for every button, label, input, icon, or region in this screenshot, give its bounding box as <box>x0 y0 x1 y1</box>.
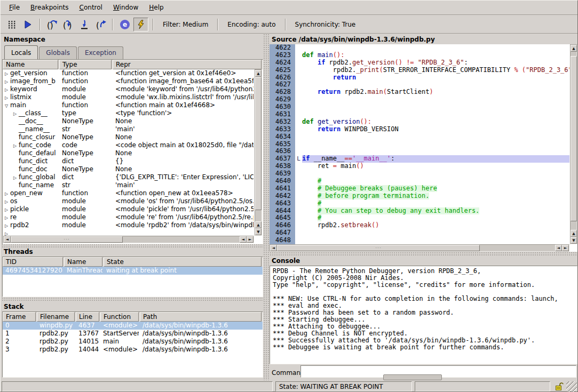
menu-item-breakpoints[interactable]: Breakpoints <box>25 2 74 13</box>
breakpoint-margin[interactable]: L <box>295 155 302 163</box>
menu-item-window[interactable]: Window <box>108 2 144 13</box>
goto-button[interactable] <box>77 18 92 31</box>
namespace-row[interactable]: ▷func_globaldict{'DLG_EXPR_TITLE': 'Ente… <box>3 173 255 181</box>
namespace-row[interactable]: __doc__NoneTypeNone <box>3 117 255 125</box>
column-header-state[interactable]: State <box>104 257 262 267</box>
column-header-repr[interactable]: Repr <box>113 60 262 69</box>
tab-exception[interactable]: Exception <box>78 46 123 59</box>
expand-icon[interactable]: ▷ <box>5 86 10 93</box>
line-number[interactable]: 4636 <box>270 148 295 155</box>
tab-locals[interactable]: Locals <box>4 45 38 59</box>
scroll-up-icon[interactable]: ▲ <box>571 45 577 52</box>
expand-icon[interactable]: ▷ <box>13 142 19 149</box>
namespace-row[interactable]: ▷func_codecode<code object main at 0x180… <box>3 141 255 149</box>
resize-grip[interactable] <box>566 381 577 392</box>
breakpoint-margin[interactable] <box>295 222 302 229</box>
line-number[interactable]: 4623 <box>270 52 295 59</box>
source-vscrollbar[interactable]: ▲ ▲ ▼ <box>570 44 577 244</box>
line-number[interactable]: 4644 <box>270 207 295 215</box>
vertical-splitter[interactable] <box>263 34 270 380</box>
line-number[interactable]: 4632 <box>270 118 295 126</box>
namespace-row[interactable]: func_defaulNoneTypeNone <box>3 149 255 157</box>
namespace-row[interactable]: ▷image_from_bfunction<function image_fro… <box>3 77 255 85</box>
namespace-row[interactable]: func_docNoneTypeNone <box>3 165 255 173</box>
namespace-row[interactable]: ▷listmixmodule<module 'wx.lib.mixins.lis… <box>3 93 255 101</box>
column-header-filename[interactable]: Filename <box>37 312 75 322</box>
breakpoint-margin[interactable] <box>295 178 302 185</box>
line-number[interactable]: 4631 <box>270 111 295 118</box>
source-console-splitter[interactable] <box>270 252 577 256</box>
scroll-left-icon[interactable]: ◄ <box>240 236 247 243</box>
breakpoint-margin[interactable] <box>295 148 302 155</box>
breakpoint-margin[interactable] <box>295 141 302 148</box>
scroll-right-icon[interactable]: ► <box>562 245 569 251</box>
breakpoint-margin[interactable] <box>295 118 302 126</box>
expand-icon[interactable]: ▷ <box>5 78 10 85</box>
namespace-row[interactable]: func_namestr'main' <box>3 181 255 189</box>
expand-icon[interactable]: ▷ <box>5 222 10 229</box>
line-number[interactable]: 4629 <box>270 96 295 103</box>
scroll-up-icon[interactable]: ▲ <box>255 221 262 228</box>
scrollbar-thumb[interactable] <box>571 56 577 221</box>
scrollbar-thumb[interactable] <box>255 77 262 210</box>
line-number[interactable]: 4625 <box>270 67 295 74</box>
stack-frame-row[interactable]: 3rpdb2.py14044<module>/data/sys/bin/winp… <box>3 346 263 354</box>
breakpoint-margin[interactable] <box>295 52 302 59</box>
column-header-frame[interactable]: Frame <box>3 312 36 322</box>
expand-icon[interactable]: ▷ <box>13 174 19 181</box>
line-number[interactable]: 4635 <box>270 141 295 148</box>
namespace-row[interactable]: ▷picklemodule<module 'pickle' from '/usr… <box>3 205 255 213</box>
break-button[interactable] <box>4 18 19 31</box>
line-number[interactable]: 4647 <box>270 229 295 237</box>
namespace-row[interactable]: func_dictdict{} <box>3 157 255 165</box>
breakpoint-margin[interactable] <box>295 200 302 207</box>
breakpoint-margin[interactable] <box>295 193 302 200</box>
breakpoint-margin[interactable] <box>295 67 302 74</box>
breakpoint-margin[interactable] <box>295 229 302 237</box>
breakpoint-margin[interactable] <box>295 44 302 52</box>
namespace-row[interactable]: ▷open_newfunction<function open_new at 0… <box>3 189 255 197</box>
breakpoint-margin[interactable] <box>295 237 302 244</box>
namespace-row[interactable]: ▷remodule<module 're' from '/usr/lib64/p… <box>3 213 255 221</box>
line-number[interactable]: 4646 <box>270 222 295 229</box>
line-number[interactable]: 4645 <box>270 214 295 222</box>
scroll-left-icon[interactable]: ◄ <box>555 245 562 251</box>
thread-row[interactable]: 46974534127920MainThreadwaiting at break… <box>3 267 263 275</box>
expand-icon[interactable]: ▷ <box>5 94 10 101</box>
breakpoint-margin[interactable] <box>295 74 302 82</box>
menu-item-file[interactable]: File <box>4 2 25 13</box>
breakpoint-margin[interactable] <box>295 111 302 118</box>
encoding-toggle-button[interactable]: e <box>117 18 132 31</box>
breakpoint-margin[interactable] <box>295 185 302 193</box>
line-number[interactable]: 4642 <box>270 193 295 200</box>
source-hscrollbar[interactable]: ◄ ··· ◄ ► <box>270 244 569 252</box>
column-header-name[interactable]: Name <box>64 257 102 267</box>
namespace-row[interactable]: ▽mainfunction<function main at 0x1ef4668… <box>3 101 255 109</box>
scroll-up-icon[interactable]: ▲ <box>255 70 262 77</box>
scroll-left-icon[interactable]: ◄ <box>270 245 277 251</box>
column-header-path[interactable]: Path <box>140 312 262 322</box>
expand-icon[interactable]: ▷ <box>5 206 10 213</box>
breakpoint-margin[interactable] <box>295 81 302 89</box>
synchronicity-toggle-button[interactable] <box>133 18 148 31</box>
line-number[interactable]: 4628 <box>270 89 295 96</box>
scroll-down-icon[interactable]: ▼ <box>571 237 577 244</box>
breakpoint-margin[interactable] <box>295 163 302 170</box>
breakpoint-margin[interactable] <box>295 214 302 222</box>
stack-frame-row[interactable]: 2rpdb2.py14015main/data/sys/bin/winpdb-1… <box>3 338 263 346</box>
scroll-right-icon[interactable]: ► <box>247 236 254 243</box>
namespace-row[interactable]: ▷__class__type<type 'function'> <box>3 109 255 117</box>
column-header-name[interactable]: Name <box>3 60 58 69</box>
line-number[interactable]: 4622 <box>270 44 295 52</box>
column-header-line[interactable]: Line <box>76 312 99 322</box>
line-number[interactable]: 4627 <box>270 81 295 89</box>
expand-icon[interactable]: ▷ <box>5 70 10 77</box>
step-out-button[interactable]: ( <box>93 18 108 31</box>
line-number[interactable]: 4626 <box>270 74 295 82</box>
expand-icon[interactable]: ▷ <box>5 198 10 205</box>
breakpoint-margin[interactable] <box>295 89 302 96</box>
expand-icon[interactable]: ▷ <box>13 110 19 117</box>
namespace-threads-splitter[interactable] <box>2 244 263 247</box>
line-number[interactable]: 4624 <box>270 59 295 67</box>
scroll-up-icon[interactable]: ▲ <box>571 230 577 237</box>
